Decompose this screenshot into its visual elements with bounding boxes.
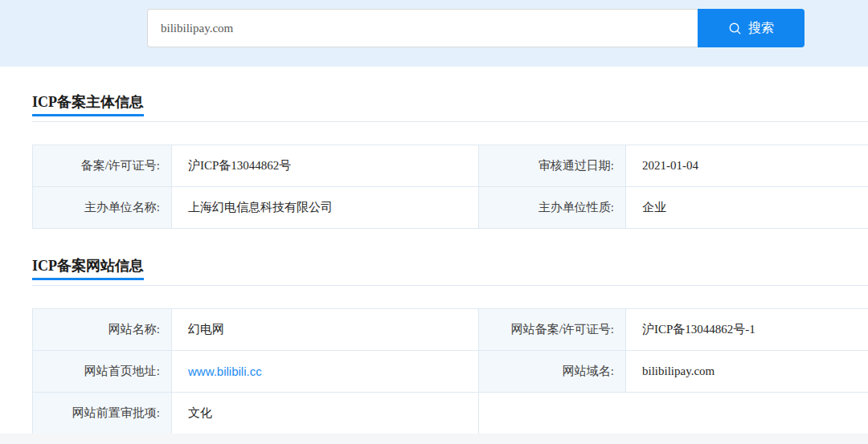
label-organizer-name: 主办单位名称: [32, 187, 171, 229]
label-site-name: 网站名称: [32, 309, 171, 351]
section-title-website-info: ICP备案网站信息 [32, 258, 144, 280]
label-site-preapproval: 网站前置审批项: [32, 393, 171, 434]
search-bar: 搜索 [147, 9, 805, 47]
value-site-homepage: www.bilibili.cc [171, 351, 478, 393]
search-icon [728, 22, 742, 35]
section-header-subject-info: ICP备案主体信息 [32, 94, 868, 116]
subject-info-table: 备案/许可证号: 沪ICP备13044862号 审核通过日期: 2021-01-… [32, 145, 868, 229]
value-site-name: 幻电网 [171, 309, 478, 351]
value-site-preapproval: 文化 [171, 393, 478, 434]
label-license-number: 备案/许可证号: [32, 145, 171, 187]
section-divider [32, 285, 868, 286]
section-title-subject-info: ICP备案主体信息 [32, 94, 144, 116]
value-license-number: 沪ICP备13044862号 [171, 145, 478, 187]
label-site-domain: 网站域名: [478, 351, 625, 393]
value-organizer-name: 上海幻电信息科技有限公司 [171, 187, 478, 229]
section-header-website-info: ICP备案网站信息 [32, 258, 868, 280]
search-button-label: 搜索 [748, 20, 774, 37]
domain-search-input[interactable] [147, 9, 698, 47]
search-header-band: 搜索 [0, 0, 868, 67]
label-site-homepage: 网站首页地址: [32, 351, 171, 393]
section-divider [32, 121, 868, 122]
label-site-license-number: 网站备案/许可证号: [478, 309, 625, 351]
label-review-date: 审核通过日期: [478, 145, 625, 187]
value-review-date: 2021-01-04 [625, 145, 868, 187]
website-info-table: 网站名称: 幻电网 网站备案/许可证号: 沪ICP备13044862号-1 网站… [32, 308, 868, 434]
search-button[interactable]: 搜索 [698, 9, 805, 47]
bottom-strip [0, 434, 868, 444]
value-site-license-number: 沪ICP备13044862号-1 [625, 309, 868, 351]
value-organizer-nature: 企业 [625, 187, 868, 229]
value-site-domain: bilibilipay.com [625, 351, 868, 393]
homepage-link[interactable]: www.bilibili.cc [188, 365, 262, 378]
label-organizer-nature: 主办单位性质: [478, 187, 625, 229]
empty-cell [478, 393, 868, 434]
